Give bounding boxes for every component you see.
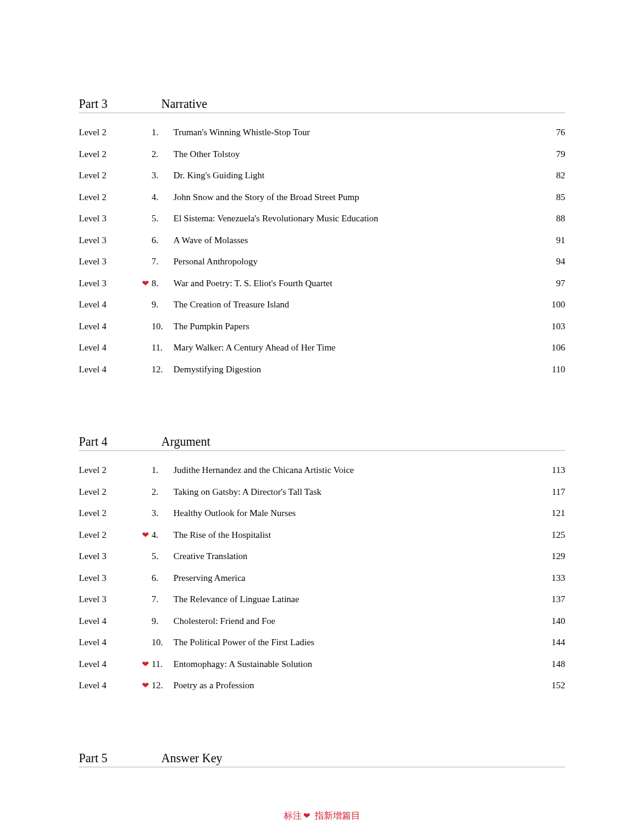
toc-row: Level 49.Cholesterol: Friend and Foe140 bbox=[79, 611, 565, 632]
entry-title: Healthy Outlook for Male Nurses bbox=[173, 508, 535, 520]
toc-row: Level 35.Creative Translation129 bbox=[79, 546, 565, 568]
entry-title: Truman's Winning Whistle-Stop Tour bbox=[173, 127, 535, 139]
entry-number: 3. bbox=[152, 508, 173, 520]
heart-icon: ❤ bbox=[303, 811, 310, 820]
entry-number: 12. bbox=[152, 680, 173, 692]
page-number: 94 bbox=[535, 256, 565, 268]
entry-title: Personal Anthropology bbox=[173, 256, 535, 268]
entry-title: Creative Translation bbox=[173, 551, 535, 563]
heart-icon: ❤ bbox=[139, 530, 152, 541]
entry-number: 6. bbox=[152, 235, 173, 247]
toc-section-part4: Part 4 Argument Level 21.Judithe Hernand… bbox=[79, 435, 565, 697]
page-number: 82 bbox=[535, 170, 565, 182]
document-page: Part 3 Narrative Level 21.Truman's Winni… bbox=[0, 0, 644, 835]
entry-number: 12. bbox=[152, 364, 173, 376]
entry-title: Cholesterol: Friend and Foe bbox=[173, 615, 535, 628]
toc-row: Level 410.The Political Power of the Fir… bbox=[79, 632, 565, 654]
toc-row: Level 23.Dr. King's Guiding Light82 bbox=[79, 165, 565, 187]
entry-title: El Sistema: Venezuela's Revolutionary Mu… bbox=[173, 213, 535, 225]
level-label: Level 4 bbox=[79, 364, 139, 376]
level-label: Level 2 bbox=[79, 149, 139, 161]
entry-number: 9. bbox=[152, 299, 173, 311]
level-label: Level 4 bbox=[79, 299, 139, 311]
entry-number: 4. bbox=[152, 192, 173, 204]
entry-number: 10. bbox=[152, 637, 173, 649]
level-label: Level 2 bbox=[79, 192, 139, 204]
page-number: 76 bbox=[535, 127, 565, 139]
entry-title: The Creation of Treasure Island bbox=[173, 299, 535, 311]
level-label: Level 3 bbox=[79, 551, 139, 563]
toc-section-part3: Part 3 Narrative Level 21.Truman's Winni… bbox=[79, 97, 565, 380]
entry-number: 8. bbox=[152, 278, 173, 290]
entry-number: 4. bbox=[152, 529, 173, 542]
level-label: Level 4 bbox=[79, 680, 139, 692]
entry-number: 5. bbox=[152, 213, 173, 225]
page-number: 91 bbox=[535, 235, 565, 247]
page-number: 110 bbox=[535, 364, 565, 376]
toc-row: Level 411.Mary Walker: A Century Ahead o… bbox=[79, 337, 565, 359]
entry-number: 10. bbox=[152, 321, 173, 333]
toc-row: Level 4❤11.Entomophagy: A Sustainable So… bbox=[79, 654, 565, 676]
entry-title: Preserving America bbox=[173, 572, 535, 585]
entry-title: Judithe Hernandez and the Chicana Artist… bbox=[173, 464, 535, 477]
toc-row: Level 49.The Creation of Treasure Island… bbox=[79, 294, 565, 316]
toc-row: Level 2❤4.The Rise of the Hospitalist125 bbox=[79, 525, 565, 546]
level-label: Level 3 bbox=[79, 235, 139, 247]
entry-title: Dr. King's Guiding Light bbox=[173, 170, 535, 182]
level-label: Level 2 bbox=[79, 127, 139, 139]
page-number: 137 bbox=[535, 594, 565, 606]
entry-number: 7. bbox=[152, 256, 173, 268]
page-number: 140 bbox=[535, 615, 565, 628]
part-label: Part 5 bbox=[79, 751, 139, 765]
page-number: 148 bbox=[535, 659, 565, 671]
entry-title: The Political Power of the First Ladies bbox=[173, 637, 535, 649]
entry-title: John Snow and the Story of the Broad Str… bbox=[173, 192, 535, 204]
entry-number: 9. bbox=[152, 615, 173, 628]
toc-row: Level 22.Taking on Gatsby: A Director's … bbox=[79, 481, 565, 503]
level-label: Level 2 bbox=[79, 170, 139, 182]
page-number: 88 bbox=[535, 213, 565, 225]
toc-row: Level 21.Judithe Hernandez and the Chica… bbox=[79, 460, 565, 481]
level-label: Level 3 bbox=[79, 278, 139, 290]
toc-row: Level 3❤8.War and Poetry: T. S. Eliot's … bbox=[79, 273, 565, 295]
entry-title: Demystifying Digestion bbox=[173, 364, 535, 376]
level-label: Level 4 bbox=[79, 342, 139, 354]
level-label: Level 2 bbox=[79, 486, 139, 498]
toc-row: Level 35.El Sistema: Venezuela's Revolut… bbox=[79, 208, 565, 230]
entry-number: 2. bbox=[152, 486, 173, 498]
page-number: 133 bbox=[535, 572, 565, 585]
entry-number: 7. bbox=[152, 594, 173, 606]
entry-title: War and Poetry: T. S. Eliot's Fourth Qua… bbox=[173, 278, 535, 290]
level-label: Level 4 bbox=[79, 321, 139, 333]
legend-suffix: 指新增篇目 bbox=[312, 810, 360, 820]
entry-title: The Relevance of Linguae Latinae bbox=[173, 594, 535, 606]
page-number: 106 bbox=[535, 342, 565, 354]
level-label: Level 2 bbox=[79, 529, 139, 542]
page-number: 97 bbox=[535, 278, 565, 290]
entry-number: 5. bbox=[152, 551, 173, 563]
page-number: 125 bbox=[535, 529, 565, 542]
part-title: Narrative bbox=[161, 97, 207, 111]
entry-number: 2. bbox=[152, 149, 173, 161]
level-label: Level 4 bbox=[79, 615, 139, 628]
entry-number: 11. bbox=[152, 342, 173, 354]
entry-title: The Other Tolstoy bbox=[173, 149, 535, 161]
entry-number: 1. bbox=[152, 127, 173, 139]
page-number: 121 bbox=[535, 508, 565, 520]
heart-icon: ❤ bbox=[139, 659, 152, 670]
entry-title: Mary Walker: A Century Ahead of Her Time bbox=[173, 342, 535, 354]
entry-number: 1. bbox=[152, 464, 173, 477]
page-number: 152 bbox=[535, 680, 565, 692]
toc-row: Level 24.John Snow and the Story of the … bbox=[79, 187, 565, 209]
level-label: Level 4 bbox=[79, 637, 139, 649]
entry-number: 11. bbox=[152, 659, 173, 671]
part-title: Answer Key bbox=[161, 751, 223, 765]
toc-row: Level 23.Healthy Outlook for Male Nurses… bbox=[79, 503, 565, 525]
level-label: Level 4 bbox=[79, 659, 139, 671]
toc-row: Level 37.The Relevance of Linguae Latina… bbox=[79, 589, 565, 611]
toc-rows-part3: Level 21.Truman's Winning Whistle-Stop T… bbox=[79, 122, 565, 380]
level-label: Level 3 bbox=[79, 256, 139, 268]
toc-section-part5: Part 5 Answer Key bbox=[79, 751, 565, 768]
part-title: Argument bbox=[161, 435, 210, 449]
toc-row: Level 4❤12.Poetry as a Profession152 bbox=[79, 675, 565, 697]
